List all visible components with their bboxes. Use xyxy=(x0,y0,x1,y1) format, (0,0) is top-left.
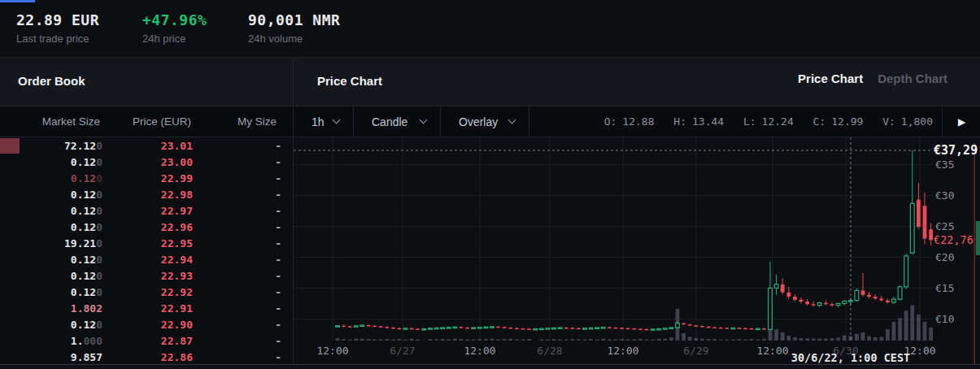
order-book-row[interactable]: 0.12022.99- xyxy=(0,171,293,187)
market-size-cell: 0.120 xyxy=(0,317,102,333)
market-size-cell: 19.210 xyxy=(0,236,102,252)
candle-body-down xyxy=(719,328,723,328)
candle-body-up xyxy=(898,287,902,299)
chevron-down-icon xyxy=(420,116,427,124)
volume-bar xyxy=(508,339,512,341)
volume-bar xyxy=(645,340,649,341)
price-cell[interactable]: 22.93 xyxy=(106,268,193,284)
my-size-cell: - xyxy=(200,301,281,317)
candle-body-down xyxy=(577,328,581,329)
last-trade-price-value: 22.89 EUR xyxy=(16,11,99,28)
market-size-cell: 0.120 xyxy=(0,154,102,171)
candle-body-up xyxy=(441,328,445,328)
volume-bar xyxy=(867,336,871,341)
volume-bar xyxy=(336,338,340,341)
high-value: 13.44 xyxy=(692,115,724,128)
candle-body-down xyxy=(608,328,612,328)
candle-body-up xyxy=(657,329,661,330)
volume-bar xyxy=(824,339,828,341)
price-cell[interactable]: 22.97 xyxy=(106,203,193,219)
my-size-cell: - xyxy=(200,203,281,219)
candle-body-down xyxy=(564,328,568,328)
high-label: H: xyxy=(673,115,686,128)
volume-bar xyxy=(781,332,785,341)
loading-progress-bar xyxy=(0,0,35,2)
order-book-row[interactable]: 0.12022.93- xyxy=(0,268,293,284)
candle-body-up xyxy=(422,329,426,330)
volume-bar xyxy=(923,322,927,341)
order-book-row[interactable]: 0.12022.92- xyxy=(0,284,293,301)
price-cell[interactable]: 22.96 xyxy=(106,219,193,236)
volume-bar xyxy=(879,336,883,341)
tab-depth-chart-label: Depth Chart xyxy=(875,72,950,85)
order-book-row[interactable]: 0.12023.00- xyxy=(0,154,293,171)
volume-bar xyxy=(583,340,587,341)
price-cell[interactable]: 23.01 xyxy=(106,138,193,154)
overlay-dropdown[interactable]: Overlay xyxy=(440,106,529,137)
price-cell[interactable]: 23.00 xyxy=(106,154,193,171)
candle-body-up xyxy=(756,328,760,329)
candle-body-up xyxy=(651,329,655,330)
volume-bar xyxy=(465,340,469,341)
price-cell[interactable]: 22.99 xyxy=(106,171,193,187)
top-stats-bar: 22.89 EUR Last trade price +47.96% 24h p… xyxy=(0,0,980,58)
order-book-row[interactable]: 0.12022.90- xyxy=(0,317,293,333)
candle-body-up xyxy=(477,328,481,328)
my-size-cell: - xyxy=(200,138,281,154)
candle-body-up xyxy=(663,328,667,329)
order-book-row[interactable]: 0.12022.98- xyxy=(0,187,293,203)
price-cell[interactable]: 22.98 xyxy=(106,187,193,203)
order-book-row[interactable]: 72.12023.01- xyxy=(0,138,293,154)
candle-body-down xyxy=(786,293,791,297)
order-book-row[interactable]: 0.12022.97- xyxy=(0,203,293,219)
volume-bar xyxy=(738,339,742,341)
candle-body-up xyxy=(552,328,556,328)
candle-body-down xyxy=(626,328,630,329)
volume-bar xyxy=(669,337,673,341)
volume-bar xyxy=(750,339,754,341)
candle-body-up xyxy=(446,328,451,328)
candle-body-up xyxy=(354,326,358,328)
candle-body-down xyxy=(824,303,828,305)
volume-bar xyxy=(601,339,605,341)
market-size-cell: 0.120 xyxy=(0,219,102,236)
candle-body-down xyxy=(793,297,797,300)
order-book-row[interactable]: 1.80222.91- xyxy=(0,301,293,317)
tab-depth-chart[interactable]: Depth Chart xyxy=(875,72,950,85)
timeframe-dropdown[interactable]: 1h xyxy=(294,106,353,137)
price-cell[interactable]: 22.94 xyxy=(106,252,193,268)
price-cell[interactable]: 22.95 xyxy=(106,236,193,252)
order-book-row[interactable]: 0.12022.96- xyxy=(0,219,293,236)
tab-price-chart[interactable]: Price Chart xyxy=(795,72,865,85)
order-book-row[interactable]: 19.21022.95- xyxy=(0,236,293,252)
volume-bar xyxy=(552,339,556,341)
price-cell[interactable]: 22.90 xyxy=(106,317,193,333)
candle-body-up xyxy=(601,328,605,328)
volume-bar xyxy=(434,340,438,341)
my-size-cell: - xyxy=(200,268,281,284)
candle-body-down xyxy=(527,329,531,330)
price-cell[interactable]: 22.86 xyxy=(106,349,193,364)
order-book-row[interactable]: 9.85722.86- xyxy=(0,349,293,364)
y-axis-label: €10 xyxy=(935,313,954,325)
price-cell[interactable]: 22.91 xyxy=(106,301,193,317)
my-size-cell: - xyxy=(200,219,281,236)
price-cell[interactable]: 22.92 xyxy=(106,284,193,301)
chart-type-dropdown[interactable]: Candle xyxy=(353,106,440,137)
volume-bar xyxy=(539,340,543,341)
order-book-row[interactable]: 0.12022.94- xyxy=(0,252,293,268)
play-button[interactable]: ▶ xyxy=(942,106,980,137)
price-chart-canvas[interactable]: 12:006/2712:006/2812:006/2912:006/3012:0… xyxy=(294,137,980,364)
volume-bar xyxy=(379,340,383,341)
volume-bar xyxy=(812,339,816,341)
volume-bar xyxy=(663,339,667,341)
volume-bar xyxy=(657,339,661,341)
candle-body-down xyxy=(503,327,507,328)
order-book-row[interactable]: 1.00022.87- xyxy=(0,333,293,349)
candle-body-up xyxy=(583,328,587,329)
volume-bar xyxy=(707,339,711,341)
volume-bar xyxy=(843,336,847,341)
volume-bar xyxy=(682,333,686,341)
market-size-cell: 0.120 xyxy=(0,171,102,187)
price-cell[interactable]: 22.87 xyxy=(106,333,193,349)
